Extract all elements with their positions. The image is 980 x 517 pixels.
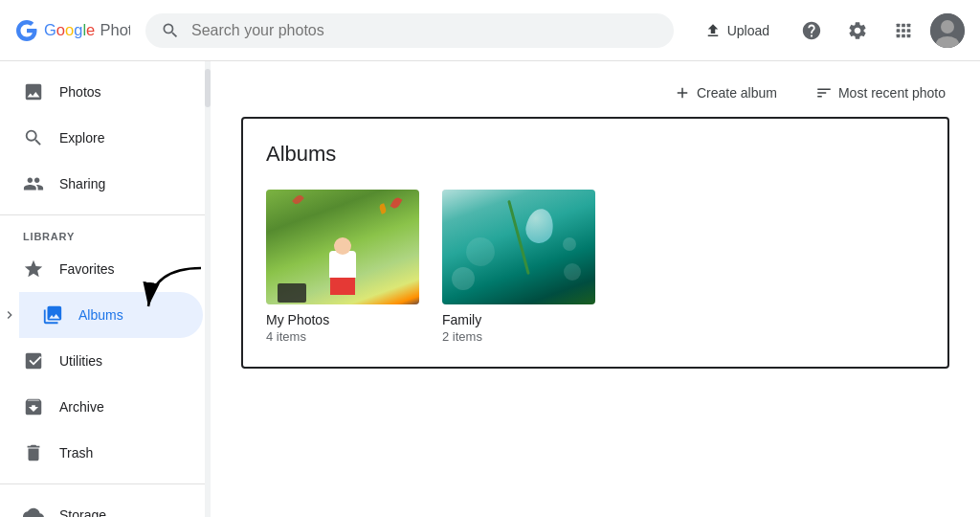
svg-rect-10 xyxy=(907,34,911,37)
leaf-2 xyxy=(378,203,387,214)
water-drop xyxy=(523,207,556,245)
svg-text:Photos: Photos xyxy=(100,21,131,38)
album-name-my-photos: My Photos xyxy=(266,312,419,327)
svg-rect-3 xyxy=(902,23,905,27)
google-photos-logo[interactable]: Google Photos xyxy=(15,19,130,42)
sidebar-item-utilities[interactable]: Utilities xyxy=(0,338,203,384)
svg-text:Google: Google xyxy=(44,21,95,38)
svg-rect-8 xyxy=(897,34,901,37)
upload-label: Upload xyxy=(727,23,769,38)
sidebar-divider-2 xyxy=(0,483,211,484)
apps-icon xyxy=(893,20,914,41)
storage-label: Storage xyxy=(59,507,106,517)
sidebar-item-albums[interactable]: Albums xyxy=(19,292,203,338)
album-count-my-photos: 4 items xyxy=(266,329,419,344)
album-item-my-photos[interactable]: My Photos 4 items xyxy=(266,190,419,344)
settings-button[interactable] xyxy=(838,11,877,50)
svg-point-12 xyxy=(941,20,954,34)
sidebar-item-sharing[interactable]: Sharing xyxy=(0,161,203,207)
search-icon xyxy=(161,21,180,40)
scroll-track xyxy=(205,61,211,517)
library-section-label: LIBRARY xyxy=(0,223,211,246)
bokeh-3 xyxy=(466,237,495,266)
most-recent-button[interactable]: Most recent photo xyxy=(804,77,957,109)
google-g-icon xyxy=(15,19,38,42)
sidebar-item-archive[interactable]: Archive xyxy=(0,384,203,430)
chevron-right-icon xyxy=(2,307,17,323)
utilities-icon xyxy=(23,350,44,371)
sidebar-item-favorites[interactable]: Favorites xyxy=(0,246,203,292)
child-body xyxy=(329,251,356,278)
body: Photos Explore Sharing LIBRARY Favorites xyxy=(0,61,980,517)
search-input[interactable] xyxy=(191,22,658,39)
trash-label: Trash xyxy=(59,445,93,461)
settings-icon xyxy=(847,20,868,41)
album-name-family: Family xyxy=(442,312,595,327)
album-thumb-family xyxy=(442,190,595,304)
avatar-image xyxy=(930,13,965,48)
avatar[interactable] xyxy=(930,13,965,48)
sidebar-item-trash[interactable]: Trash xyxy=(0,430,203,476)
child-figure xyxy=(319,237,367,304)
create-album-button[interactable]: Create album xyxy=(662,77,789,109)
archive-icon xyxy=(23,396,44,417)
scroll-thumb xyxy=(205,69,211,107)
bokeh-4 xyxy=(563,237,576,251)
sidebar-divider-1 xyxy=(0,214,211,215)
favorites-label: Favorites xyxy=(59,261,115,277)
bokeh-1 xyxy=(452,267,475,290)
svg-rect-6 xyxy=(902,29,905,33)
albums-content-box: Albums xyxy=(241,117,949,369)
albums-title: Albums xyxy=(266,142,924,167)
cloud-icon xyxy=(23,505,44,517)
photo-icon xyxy=(23,81,44,102)
leaf-3 xyxy=(292,193,304,206)
albums-title-area: Albums xyxy=(266,142,924,167)
add-icon xyxy=(674,84,691,101)
svg-rect-2 xyxy=(897,23,901,27)
utilities-label: Utilities xyxy=(59,353,102,369)
leaf-1 xyxy=(390,196,403,210)
sidebar-item-explore[interactable]: Explore xyxy=(0,115,203,161)
stem xyxy=(507,200,530,275)
sharing-label: Sharing xyxy=(59,176,105,191)
svg-rect-9 xyxy=(902,34,905,37)
albums-grid: My Photos 4 items xyxy=(266,190,924,344)
bokeh-2 xyxy=(564,263,581,281)
child-head xyxy=(334,237,351,255)
child-legs xyxy=(330,278,355,295)
most-recent-label: Most recent photo xyxy=(838,85,946,101)
album-item-family[interactable]: Family 2 items xyxy=(442,190,595,344)
explore-label: Explore xyxy=(59,130,104,146)
album-thumb-my-photos xyxy=(266,190,419,304)
upload-button[interactable]: Upload xyxy=(689,13,785,48)
help-button[interactable] xyxy=(792,11,831,50)
sidebar: Photos Explore Sharing LIBRARY Favorites xyxy=(0,61,211,517)
header: Google Photos Upload xyxy=(0,0,980,61)
albums-icon xyxy=(42,304,63,326)
explore-icon xyxy=(23,127,44,148)
album-actions: Create album Most recent photo xyxy=(662,77,957,109)
expand-button[interactable] xyxy=(0,292,19,338)
star-icon xyxy=(23,258,44,280)
upload-icon xyxy=(704,22,722,39)
svg-rect-5 xyxy=(897,29,901,33)
album-count-family: 2 items xyxy=(442,329,595,344)
google-photos-wordmark: Google Photos xyxy=(44,19,130,42)
apps-button[interactable] xyxy=(884,11,923,50)
sidebar-item-storage[interactable]: Storage xyxy=(0,492,203,517)
albums-container: Albums xyxy=(226,117,965,369)
main-content: Create album Most recent photo Albums xyxy=(211,61,980,517)
sidebar-item-photos[interactable]: Photos xyxy=(0,69,203,115)
photos-label: Photos xyxy=(59,84,101,100)
sharing-icon xyxy=(23,173,44,194)
svg-rect-4 xyxy=(907,23,911,27)
albums-row: Albums xyxy=(0,292,211,338)
piano xyxy=(278,283,306,303)
trash-icon xyxy=(23,442,44,463)
create-album-label: Create album xyxy=(697,85,777,101)
archive-label: Archive xyxy=(59,399,104,415)
help-icon xyxy=(801,20,822,41)
header-actions: Upload xyxy=(689,11,965,50)
search-bar xyxy=(145,13,674,48)
